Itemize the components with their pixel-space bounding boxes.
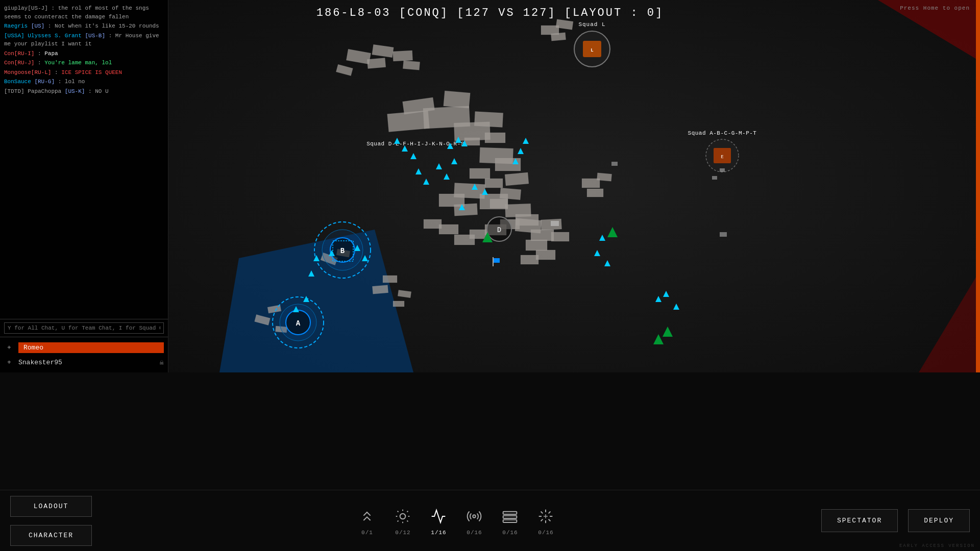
svg-rect-103 bbox=[503, 519, 517, 522]
map-svg: L Squad L E Squad A-B-C-G-M-P-T Squad D-… bbox=[168, 0, 980, 372]
squad-member-entry: + Snakester95 ☠ bbox=[4, 355, 164, 369]
svg-rect-6 bbox=[485, 133, 505, 143]
svg-text:L: L bbox=[591, 48, 593, 53]
svg-marker-88 bbox=[607, 227, 618, 237]
objective-d-label: D bbox=[497, 226, 501, 234]
hud-slot-1[interactable]: 0/1 bbox=[357, 506, 377, 536]
hud-slot-1-icon bbox=[357, 506, 377, 527]
vehicle-1 bbox=[551, 221, 559, 226]
svg-rect-102 bbox=[503, 515, 517, 518]
squad-section: + Romeo + Snakester95 ☠ bbox=[0, 337, 168, 372]
objective-b-label: B bbox=[340, 247, 345, 255]
svg-marker-63 bbox=[423, 179, 429, 185]
svg-marker-86 bbox=[673, 304, 679, 310]
svg-rect-45 bbox=[372, 285, 388, 294]
svg-rect-17 bbox=[500, 188, 521, 199]
svg-rect-53 bbox=[551, 33, 566, 41]
svg-point-99 bbox=[400, 513, 406, 519]
svg-rect-5 bbox=[474, 112, 503, 128]
svg-rect-32 bbox=[403, 61, 420, 70]
left-buttons: LOADOUT CHARACTER bbox=[10, 496, 92, 546]
hud-slot-5-icon bbox=[500, 506, 520, 527]
svg-rect-36 bbox=[551, 232, 569, 241]
title-bar: 186-L8-03 [CONQ] [127 vs 127] [Layout : … bbox=[0, 0, 980, 26]
hud-slot-4-icon bbox=[464, 506, 484, 527]
loadout-button[interactable]: LOADOUT bbox=[10, 496, 92, 517]
svg-rect-3 bbox=[444, 91, 470, 108]
svg-marker-65 bbox=[410, 153, 416, 159]
svg-marker-75 bbox=[362, 255, 368, 261]
hud-slot-2-icon bbox=[393, 506, 413, 527]
chat-input-area[interactable] bbox=[0, 319, 168, 337]
character-button[interactable]: CHARACTER bbox=[10, 525, 92, 546]
chat-line: Con[RU-J] : You're lame man, lol bbox=[4, 59, 164, 67]
svg-line-107 bbox=[549, 519, 551, 521]
hud-slot-2-count: 0/12 bbox=[395, 530, 410, 536]
svg-line-97 bbox=[398, 520, 399, 521]
svg-rect-10 bbox=[505, 172, 529, 186]
svg-rect-27 bbox=[346, 49, 371, 64]
svg-marker-81 bbox=[604, 260, 610, 266]
squad-member-status-skull: ☠ bbox=[160, 358, 164, 367]
hud-slot-5[interactable]: 0/16 bbox=[500, 506, 520, 536]
map-container[interactable]: L Squad L E Squad A-B-C-G-M-P-T Squad D-… bbox=[168, 0, 980, 372]
chat-line: Mongoose[RU-L] : ICE SPICE IS QUEEN bbox=[4, 68, 164, 77]
svg-rect-39 bbox=[521, 255, 538, 264]
press-home-hint: Press Home to open bbox=[900, 5, 970, 11]
svg-rect-41 bbox=[597, 173, 611, 181]
match-title: 186-L8-03 [CONQ] [127 vs 127] [Layout : … bbox=[316, 7, 664, 19]
hud-slot-4-count: 0/16 bbox=[467, 530, 482, 536]
svg-rect-15 bbox=[454, 204, 477, 216]
svg-line-93 bbox=[398, 511, 399, 512]
flag-marker-1 bbox=[494, 258, 500, 263]
svg-marker-70 bbox=[518, 148, 524, 154]
hud-slot-6-count: 0/16 bbox=[538, 530, 553, 536]
hud-slot-6[interactable]: 0/16 bbox=[535, 506, 556, 536]
bottom-hud: LOADOUT CHARACTER 0/1 bbox=[0, 490, 980, 551]
svg-rect-101 bbox=[503, 511, 517, 514]
squad-leader-icon: + bbox=[4, 343, 14, 353]
svg-line-98 bbox=[407, 511, 408, 512]
svg-rect-48 bbox=[393, 301, 404, 307]
svg-marker-90 bbox=[663, 327, 673, 337]
squad-abc-label: Squad A-B-C-G-M-P-T bbox=[688, 130, 757, 136]
svg-line-110 bbox=[541, 519, 543, 521]
svg-marker-62 bbox=[444, 173, 450, 180]
svg-rect-7 bbox=[464, 138, 480, 145]
svg-rect-24 bbox=[454, 235, 475, 245]
vehicle-5 bbox=[720, 232, 727, 237]
center-hud: 0/1 0/12 1/16 bbox=[92, 506, 821, 536]
hud-slot-3-count: 1/16 bbox=[431, 530, 446, 536]
svg-rect-50 bbox=[267, 305, 281, 313]
vehicle-2 bbox=[611, 162, 618, 166]
svg-marker-84 bbox=[655, 296, 662, 302]
hud-slot-2[interactable]: 0/12 bbox=[393, 506, 413, 536]
svg-rect-49 bbox=[255, 315, 271, 325]
deploy-button[interactable]: DEPLOY bbox=[908, 509, 970, 532]
hud-slot-1-count: 0/1 bbox=[361, 530, 373, 536]
squad-member-icon: + bbox=[4, 357, 14, 367]
objective-a-label: A bbox=[296, 319, 301, 328]
svg-rect-12 bbox=[470, 168, 490, 179]
svg-rect-38 bbox=[536, 250, 555, 260]
spectator-button[interactable]: SPECTATOR bbox=[821, 509, 898, 532]
svg-marker-61 bbox=[436, 163, 442, 169]
svg-rect-31 bbox=[393, 51, 413, 61]
svg-rect-25 bbox=[439, 224, 458, 234]
chat-messages: giuplay[US-J] : the rol of most of the s… bbox=[0, 0, 168, 319]
chat-input[interactable] bbox=[4, 322, 164, 334]
svg-point-100 bbox=[473, 515, 476, 517]
svg-rect-34 bbox=[531, 230, 554, 241]
svg-rect-26 bbox=[424, 219, 442, 229]
svg-text:E: E bbox=[721, 155, 723, 160]
svg-marker-79 bbox=[599, 235, 605, 241]
hud-slot-4[interactable]: 0/16 bbox=[464, 506, 484, 536]
right-buttons: SPECTATOR DEPLOY bbox=[821, 509, 970, 532]
vehicle-3 bbox=[720, 168, 725, 172]
squad-leader-entry: + Romeo bbox=[4, 340, 164, 355]
squad-leader-name: Romeo bbox=[18, 342, 164, 353]
hud-slot-3[interactable]: 1/16 bbox=[428, 506, 449, 536]
svg-marker-85 bbox=[663, 291, 669, 297]
svg-marker-77 bbox=[313, 255, 320, 261]
svg-rect-47 bbox=[398, 290, 411, 297]
